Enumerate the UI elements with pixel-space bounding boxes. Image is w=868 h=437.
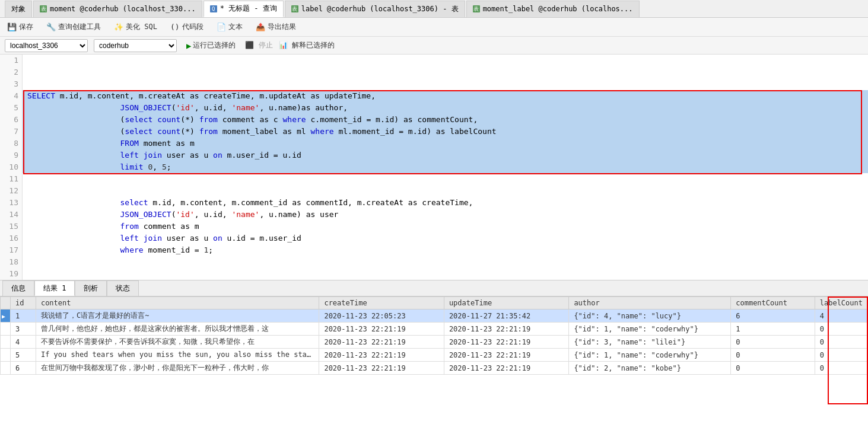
tab-object[interactable]: 对象 bbox=[5, 1, 32, 17]
cell-id: 6 bbox=[11, 362, 36, 375]
table-row[interactable]: 3曾几何时，他也好，她也好，都是这家伙的被害者。所以我才憎恶着，这2020-11… bbox=[1, 323, 868, 336]
database-select[interactable]: coderhub bbox=[94, 39, 177, 52]
col-commentcount[interactable]: commentCount bbox=[731, 297, 815, 310]
col-id[interactable]: id bbox=[11, 297, 36, 310]
line-num-9: 9 bbox=[0, 149, 18, 161]
host-select[interactable]: localhost_3306 bbox=[5, 39, 88, 52]
col-author[interactable]: author bbox=[569, 297, 731, 310]
line-num-14: 14 bbox=[0, 209, 18, 221]
stop-icon: ⬛ bbox=[245, 41, 254, 49]
beautify-icon: ✨ bbox=[114, 23, 123, 31]
table-row[interactable]: 5If you shed tears when you miss the sun… bbox=[1, 349, 868, 362]
stop-label: 停止 bbox=[259, 41, 273, 49]
row-indicator bbox=[1, 349, 11, 362]
cell-labelCount: 0 bbox=[815, 362, 867, 375]
explain-button[interactable]: 📊 解释已选择的 bbox=[279, 40, 335, 50]
cell-commentCount: 0 bbox=[731, 349, 815, 362]
tab-status-label: 状态 bbox=[116, 283, 130, 294]
code-line-4[interactable]: SELECT m.id, m.content, m.createAt as cr… bbox=[23, 90, 868, 102]
col-updatetime[interactable]: updateTime bbox=[444, 297, 568, 310]
line-num-6: 6 bbox=[0, 114, 18, 126]
line-num-15: 15 bbox=[0, 221, 18, 232]
cell-createTime: 2020-11-23 22:21:19 bbox=[319, 362, 444, 375]
code-line-2[interactable] bbox=[23, 66, 868, 78]
code-block-button[interactable]: () 代码段 bbox=[168, 21, 206, 33]
code-line-6[interactable]: (select count(*) from comment as c where… bbox=[23, 114, 868, 126]
tab-results[interactable]: 结果 1 bbox=[34, 280, 75, 296]
code-line-7[interactable]: (select count(*) from moment_label as ml… bbox=[23, 126, 868, 138]
results-tbody: ▶1我说错了，C语言才是最好的语言~2020-11-23 22:05:23202… bbox=[1, 310, 868, 375]
code-line-10[interactable]: limit 0, 5; bbox=[23, 161, 868, 173]
col-createtime[interactable]: createTime bbox=[319, 297, 444, 310]
line-num-2: 2 bbox=[0, 66, 18, 78]
cell-id: 4 bbox=[11, 336, 36, 349]
tab-info[interactable]: 信息 bbox=[2, 280, 34, 296]
table-row[interactable]: 6在世间万物中我都发现了你，渺小时，你是阳光下一粒种子，伟大时，你2020-11… bbox=[1, 362, 868, 375]
tab-bar: 对象 表 moment @coderhub (localhost_330... … bbox=[0, 0, 868, 18]
code-line-3[interactable] bbox=[23, 78, 868, 90]
cell-content: 我说错了，C语言才是最好的语言~ bbox=[36, 310, 319, 323]
code-line-14[interactable]: JSON_OBJECT('id', u.id, 'name', u.name) … bbox=[23, 209, 868, 221]
beautify-button[interactable]: ✨ 美化 SQL bbox=[112, 21, 160, 33]
results-area: id content createTime updateTime author … bbox=[0, 296, 868, 404]
tab-moment-label: moment @coderhub (localhost_330... bbox=[50, 5, 196, 13]
line-num-18: 18 bbox=[0, 256, 18, 268]
code-line-5[interactable]: JSON_OBJECT('id', u.id, 'name', u.name)a… bbox=[23, 102, 868, 114]
tab-query[interactable]: Q * 无标题 - 查询 bbox=[204, 1, 284, 17]
cell-labelCount: 0 bbox=[815, 323, 867, 336]
run-button[interactable]: ▶ 运行已选择的 bbox=[183, 39, 239, 52]
code-line-17[interactable]: where moment_id = 1; bbox=[23, 244, 868, 256]
cell-author: {"id": 1, "name": "coderwhy"} bbox=[569, 349, 731, 362]
line-num-13: 13 bbox=[0, 197, 18, 209]
code-block-label: 代码段 bbox=[182, 22, 204, 32]
code-line-1[interactable] bbox=[23, 55, 868, 66]
line-num-8: 8 bbox=[0, 138, 18, 149]
cell-createTime: 2020-11-23 22:21:19 bbox=[319, 323, 444, 336]
query-builder-button[interactable]: 🔧 查询创建工具 bbox=[44, 21, 103, 33]
table-row[interactable]: ▶1我说错了，C语言才是最好的语言~2020-11-23 22:05:23202… bbox=[1, 310, 868, 323]
cell-commentCount: 1 bbox=[731, 323, 815, 336]
cell-labelCount: 4 bbox=[815, 310, 867, 323]
results-wrapper: id content createTime updateTime author … bbox=[0, 296, 868, 404]
code-line-19[interactable] bbox=[23, 268, 868, 280]
tab-profile-label: 剖析 bbox=[84, 283, 98, 294]
code-line-11[interactable] bbox=[23, 173, 868, 185]
col-content[interactable]: content bbox=[36, 297, 319, 310]
line-num-17: 17 bbox=[0, 244, 18, 256]
tab-status[interactable]: 状态 bbox=[107, 280, 139, 296]
cell-id: 3 bbox=[11, 323, 36, 336]
col-labelcount[interactable]: labelCount bbox=[815, 297, 867, 310]
tab-label[interactable]: 表 label @coderhub (localhost_3306) - 表 bbox=[285, 1, 465, 17]
cell-id: 1 bbox=[11, 310, 36, 323]
table-icon: 表 bbox=[40, 5, 47, 12]
cell-updateTime: 2020-11-23 22:21:19 bbox=[444, 336, 568, 349]
code-line-16[interactable]: left join user as u on u.id = m.user_id bbox=[23, 232, 868, 244]
cell-author: {"id": 1, "name": "coderwhy"} bbox=[569, 323, 731, 336]
cell-content: 曾几何时，他也好，她也好，都是这家伙的被害者。所以我才憎恶着，这 bbox=[36, 323, 319, 336]
save-button[interactable]: 💾 保存 bbox=[5, 21, 36, 33]
stop-button[interactable]: ⬛ 停止 bbox=[245, 40, 272, 50]
table-icon2: 表 bbox=[291, 5, 298, 12]
beautify-label: 美化 SQL bbox=[126, 22, 157, 32]
results-header-row: id content createTime updateTime author … bbox=[1, 297, 868, 310]
code-line-18[interactable] bbox=[23, 256, 868, 268]
tab-moment-label[interactable]: 表 moment_label @coderhub (localhos... bbox=[466, 1, 640, 17]
explain-icon: 📊 bbox=[279, 41, 288, 49]
export-button[interactable]: 📤 导出结果 bbox=[253, 21, 298, 33]
line-numbers: 123456789101112131415161718192021 bbox=[0, 55, 23, 280]
table-row[interactable]: 4不要告诉你不需要保护，不要告诉我不寂寞，知微，我只希望你，在2020-11-2… bbox=[1, 336, 868, 349]
code-line-12[interactable] bbox=[23, 185, 868, 197]
line-num-12: 12 bbox=[0, 185, 18, 197]
col-indicator bbox=[1, 297, 11, 310]
code-line-13[interactable]: select m.id, m.content, m.comment_id as … bbox=[23, 197, 868, 209]
text-button[interactable]: 📄 文本 bbox=[214, 21, 245, 33]
tab-info-label: 信息 bbox=[11, 283, 26, 294]
query-builder-icon: 🔧 bbox=[46, 23, 56, 31]
code-line-15[interactable]: from comment as m bbox=[23, 221, 868, 232]
code-line-9[interactable]: left join user as u on m.user_id = u.id bbox=[23, 149, 868, 161]
code-content[interactable]: SELECT m.id, m.content, m.createAt as cr… bbox=[23, 55, 868, 280]
tab-moment[interactable]: 表 moment @coderhub (localhost_330... bbox=[33, 1, 202, 17]
row-indicator: ▶ bbox=[1, 310, 11, 323]
code-line-8[interactable]: FROM moment as m bbox=[23, 138, 868, 149]
tab-profile[interactable]: 剖析 bbox=[75, 280, 107, 296]
